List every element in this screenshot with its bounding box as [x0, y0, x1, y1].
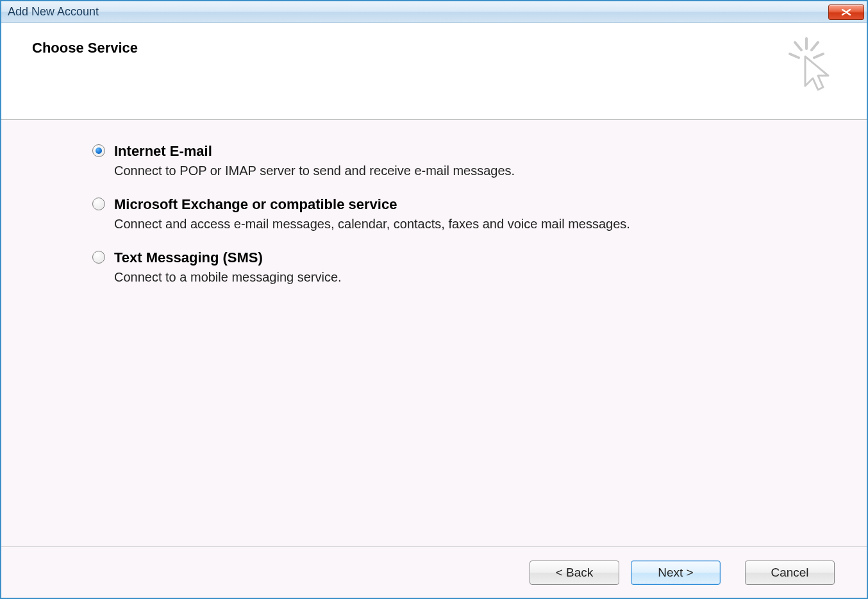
- option-title: Internet E-mail: [114, 143, 515, 160]
- next-button[interactable]: Next >: [631, 561, 721, 585]
- option-description: Connect to a mobile messaging service.: [114, 270, 342, 285]
- option-description: Connect to POP or IMAP server to send an…: [114, 164, 515, 178]
- svg-line-1: [790, 54, 799, 58]
- option-description: Connect and access e-mail messages, cale…: [114, 217, 630, 232]
- option-text: Text Messaging (SMS) Connect to a mobile…: [114, 249, 342, 285]
- option-title: Microsoft Exchange or compatible service: [114, 196, 630, 213]
- option-title: Text Messaging (SMS): [114, 249, 342, 266]
- wizard-header: Choose Service: [1, 23, 867, 120]
- cancel-button[interactable]: Cancel: [745, 561, 835, 585]
- wizard-body: Internet E-mail Connect to POP or IMAP s…: [1, 120, 867, 546]
- option-text: Microsoft Exchange or compatible service…: [114, 196, 630, 232]
- radio-internet-email[interactable]: [92, 144, 105, 157]
- dialog-window: Add New Account Choose Service: [0, 0, 868, 599]
- option-internet-email[interactable]: Internet E-mail Connect to POP or IMAP s…: [92, 143, 841, 178]
- svg-line-2: [814, 54, 823, 58]
- window-title: Add New Account: [8, 5, 99, 19]
- close-icon: [840, 8, 852, 16]
- close-button[interactable]: [828, 4, 864, 20]
- page-title: Choose Service: [32, 40, 138, 56]
- svg-line-4: [812, 42, 818, 50]
- option-sms[interactable]: Text Messaging (SMS) Connect to a mobile…: [92, 249, 841, 285]
- option-text: Internet E-mail Connect to POP or IMAP s…: [114, 143, 515, 178]
- option-exchange[interactable]: Microsoft Exchange or compatible service…: [92, 196, 841, 232]
- radio-exchange[interactable]: [92, 198, 105, 210]
- cursor-click-icon: [783, 36, 835, 96]
- svg-line-3: [795, 42, 801, 50]
- radio-sms[interactable]: [92, 251, 105, 264]
- titlebar: Add New Account: [1, 1, 867, 23]
- wizard-footer: < Back Next > Cancel: [1, 546, 867, 598]
- back-button[interactable]: < Back: [530, 561, 619, 585]
